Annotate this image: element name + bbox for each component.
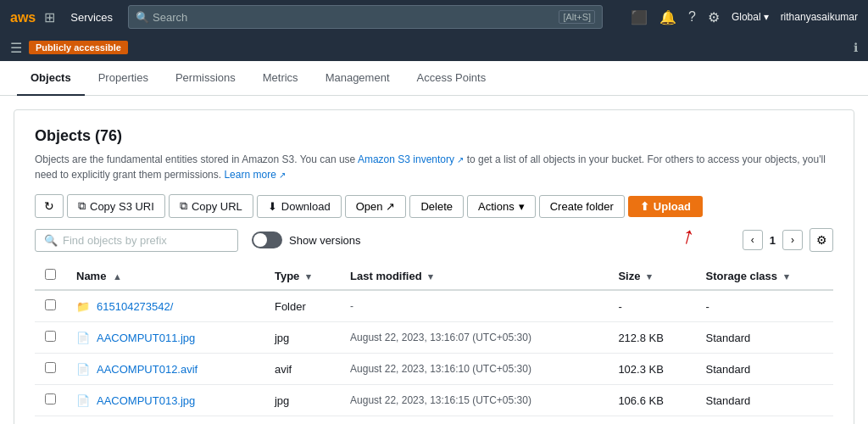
file-link[interactable]: AACOMPUT013.jpg [97,394,195,407]
copy-url-button[interactable]: ⧉ Copy URL [169,194,253,218]
file-icon: 📄 [76,394,90,407]
tab-permissions[interactable]: Permissions [162,61,249,96]
row-storage-class: Standard [695,385,833,416]
table-row: 📄 AACOMPUT01GIF.gif gif August 22, 2023,… [35,416,833,425]
table-header-row: Name ▲ Type ▾ Last modified ▾ Size ▾ Sto… [35,262,833,290]
row-storage-class: Standard [695,416,833,425]
upload-arrow-container: ⬆ Upload ↑ [628,196,703,217]
create-folder-button[interactable]: Create folder [539,195,625,218]
global-region-button[interactable]: Global ▾ [732,11,769,23]
copy-s3-uri-button[interactable]: ⧉ Copy S3 URI [67,194,165,218]
row-checkbox[interactable] [45,331,56,342]
settings-icon[interactable]: ⚙ [708,9,720,25]
terminal-icon[interactable]: ⬛ [631,9,648,25]
tabs-bar: Objects Properties Permissions Metrics M… [0,61,868,96]
upload-button[interactable]: ⬆ Upload [628,196,703,217]
table-settings-button[interactable]: ⚙ [810,228,833,252]
select-all-checkbox[interactable] [45,269,56,280]
nav-icons: ⬛ 🔔 ? ⚙ Global ▾ rithanyasaikumar [631,9,858,25]
open-button[interactable]: Open ↗ [345,195,407,218]
learn-more-link[interactable]: Learn more ↗ [224,169,286,181]
file-link[interactable]: 615104273542/ [97,300,173,313]
row-last-modified: August 22, 2023, 13:16:15 (UTC+05:30) [340,385,608,416]
second-bar: ☰ Publicly accessible ℹ [0,34,868,61]
prev-page-button[interactable]: ‹ [743,230,763,250]
row-size: 212.8 KB [608,322,695,354]
publicly-accessible-badge: Publicly accessible [29,41,128,54]
header-last-modified[interactable]: Last modified ▾ [340,262,608,290]
info-icon[interactable]: ℹ [854,41,858,54]
file-link[interactable]: AACOMPUT011.jpg [97,332,195,344]
row-size: 106.6 KB [608,385,695,416]
header-storage-class[interactable]: Storage class ▾ [695,262,833,290]
search-input[interactable] [153,11,559,24]
copy-url-icon: ⧉ [180,199,187,213]
refresh-button[interactable]: ↻ [35,194,64,218]
row-name: 📄 AACOMPUT01GIF.gif [66,416,264,425]
copy-icon: ⧉ [78,199,86,213]
show-versions-toggle[interactable] [252,232,282,248]
global-search-bar[interactable]: 🔍 [Alt+S] [128,5,603,29]
grid-icon[interactable]: ⊞ [44,9,55,25]
row-storage-class: Standard [695,354,833,385]
upload-icon: ⬆ [640,200,649,213]
row-type: jpg [264,322,340,354]
row-storage-class: - [695,290,833,322]
row-last-modified: August 22, 2023, 12:46:31 (UTC+05:30) [340,416,608,425]
file-link[interactable]: AACOMPUT012.avif [97,363,198,376]
row-checkbox[interactable] [45,362,56,373]
search-prefix-icon: 🔍 [44,234,58,247]
row-checkbox-cell [35,416,66,425]
download-button[interactable]: ⬇ Download [257,195,342,218]
next-page-button[interactable]: › [782,230,803,250]
row-size: 935.3 KB [608,416,695,425]
user-menu-button[interactable]: rithanyasaikumar [781,11,858,23]
table-row: 📄 AACOMPUT012.avif avif August 22, 2023,… [35,354,833,385]
table-row: 📄 AACOMPUT013.jpg jpg August 22, 2023, 1… [35,385,833,416]
search-row: 🔍 Show versions ‹ 1 › ⚙ [35,228,833,252]
help-icon[interactable]: ? [688,9,696,25]
prefix-search-input[interactable] [63,234,229,247]
row-last-modified: August 22, 2023, 13:16:07 (UTC+05:30) [340,322,608,354]
search-icon: 🔍 [136,11,149,24]
section-description: Objects are the fundamental entities sto… [35,152,833,182]
tab-properties[interactable]: Properties [85,61,162,96]
header-type[interactable]: Type ▾ [264,262,340,290]
row-last-modified: - [340,290,608,322]
section-title: Objects (76) [35,127,833,145]
row-size: 102.3 KB [608,354,695,385]
file-icon: 📄 [76,363,90,376]
search-shortcut: [Alt+S] [559,10,595,24]
row-checkbox[interactable] [45,299,56,310]
actions-button[interactable]: Actions ▾ [467,195,536,218]
row-type: Folder [264,290,340,322]
table-row: 📄 AACOMPUT011.jpg jpg August 22, 2023, 1… [35,322,833,354]
actions-dropdown-icon: ▾ [519,200,525,213]
header-name[interactable]: Name ▲ [66,262,264,290]
tab-metrics[interactable]: Metrics [249,61,312,96]
services-button[interactable]: Services [64,8,120,27]
header-checkbox-cell [35,262,66,290]
row-storage-class: Standard [695,322,833,354]
row-name: 📄 AACOMPUT011.jpg [66,322,264,354]
prefix-search-container[interactable]: 🔍 [35,229,238,252]
tab-management[interactable]: Management [312,61,403,96]
row-type: gif [264,416,340,425]
toolbar: ↻ ⧉ Copy S3 URI ⧉ Copy URL ⬇ Download Op… [35,194,833,218]
tab-access-points[interactable]: Access Points [403,61,500,96]
delete-button[interactable]: Delete [409,195,464,218]
objects-section: Objects (76) Objects are the fundamental… [14,109,854,424]
tab-objects[interactable]: Objects [17,61,85,96]
row-checkbox[interactable] [45,393,56,404]
row-name: 📄 AACOMPUT012.avif [66,354,264,385]
notification-icon[interactable]: 🔔 [659,9,676,25]
pagination: ‹ 1 › ⚙ [743,228,833,252]
hamburger-icon[interactable]: ☰ [10,40,22,56]
s3-inventory-link[interactable]: Amazon S3 inventory ↗ [358,153,464,165]
header-size[interactable]: Size ▾ [608,262,695,290]
current-page: 1 [770,234,776,247]
row-checkbox-cell [35,385,66,416]
objects-table: Name ▲ Type ▾ Last modified ▾ Size ▾ Sto… [35,262,833,424]
aws-logo: aws [10,8,36,26]
row-name: 📄 AACOMPUT013.jpg [66,385,264,416]
